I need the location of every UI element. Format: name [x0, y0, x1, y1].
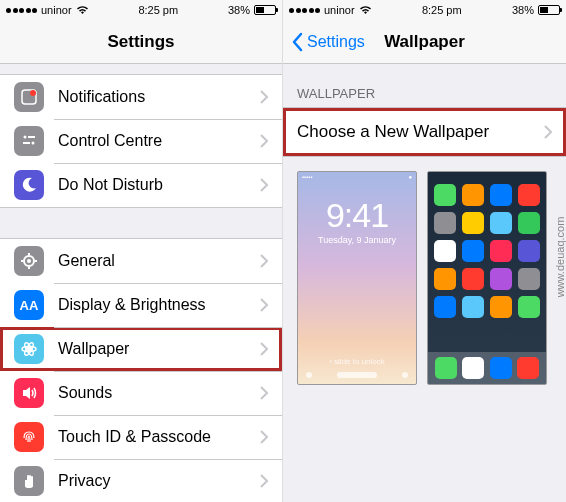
status-bar: uninor 8:25 pm 38% — [0, 0, 282, 20]
lock-time: 9:41 — [326, 196, 388, 235]
choose-label: Choose a New Wallpaper — [297, 122, 544, 142]
lock-date: Tuesday, 9 January — [318, 235, 396, 245]
signal-dots-icon — [6, 8, 37, 13]
row-label: Touch ID & Passcode — [58, 428, 260, 446]
app-icon — [490, 268, 512, 290]
row-general[interactable]: General — [0, 239, 282, 283]
app-icon — [462, 240, 484, 262]
notifications-icon — [14, 82, 44, 112]
row-label: Sounds — [58, 384, 260, 402]
nav-bar: Settings Wallpaper — [283, 20, 566, 64]
row-wallpaper[interactable]: Wallpaper — [0, 327, 282, 371]
back-button[interactable]: Settings — [291, 32, 365, 52]
app-icon — [490, 212, 512, 234]
battery-icon — [538, 5, 560, 15]
preview-status: •••••● — [298, 172, 416, 182]
svg-point-7 — [27, 259, 31, 263]
chevron-right-icon — [260, 134, 268, 148]
svg-point-4 — [32, 142, 35, 145]
app-icon — [518, 240, 540, 262]
nav-title: Wallpaper — [384, 32, 465, 52]
nav-title: Settings — [107, 32, 174, 52]
app-icon — [462, 296, 484, 318]
hand-icon — [14, 466, 44, 496]
home-app-grid — [428, 172, 546, 318]
chevron-right-icon — [260, 386, 268, 400]
row-label: Privacy — [58, 472, 260, 490]
row-sounds[interactable]: Sounds — [0, 371, 282, 415]
chevron-right-icon — [260, 298, 268, 312]
row-label: Do Not Disturb — [58, 176, 260, 194]
battery-pct: 38% — [512, 4, 534, 16]
row-notifications[interactable]: Notifications — [0, 75, 282, 119]
svg-rect-5 — [23, 142, 30, 144]
row-label: General — [58, 252, 260, 270]
app-icon — [462, 184, 484, 206]
dock-app-icon — [435, 357, 457, 379]
app-icon — [518, 212, 540, 234]
lock-screen-preview[interactable]: •••••● 9:41 Tuesday, 9 January › slide t… — [297, 171, 417, 385]
app-icon — [434, 184, 456, 206]
gear-icon — [14, 246, 44, 276]
text-size-icon: AA — [14, 290, 44, 320]
app-icon — [434, 240, 456, 262]
row-privacy[interactable]: Privacy — [0, 459, 282, 502]
choose-wallpaper-group: Choose a New Wallpaper — [283, 107, 566, 157]
row-label: Wallpaper — [58, 340, 260, 358]
battery-icon — [254, 5, 276, 15]
chevron-right-icon — [260, 430, 268, 444]
chevron-right-icon — [260, 342, 268, 356]
svg-rect-3 — [28, 136, 35, 138]
settings-content: Notifications Control Centre Do Not Dist… — [0, 64, 282, 502]
chevron-left-icon — [291, 32, 303, 52]
chevron-right-icon — [260, 254, 268, 268]
settings-screen: uninor 8:25 pm 38% Settings Notification… — [0, 0, 283, 502]
status-bar: uninor 8:25 pm 38% — [283, 0, 566, 20]
lock-bottom — [298, 372, 416, 378]
control-centre-icon — [14, 126, 44, 156]
choose-new-wallpaper[interactable]: Choose a New Wallpaper — [283, 108, 566, 156]
app-icon — [518, 184, 540, 206]
settings-group-2: General AA Display & Brightness Wallpape… — [0, 238, 282, 502]
chevron-right-icon — [260, 474, 268, 488]
status-time: 8:25 pm — [422, 4, 462, 16]
app-icon — [518, 268, 540, 290]
row-do-not-disturb[interactable]: Do Not Disturb — [0, 163, 282, 207]
app-icon — [462, 212, 484, 234]
app-icon — [490, 184, 512, 206]
watermark: www.deuaq.com — [554, 217, 566, 298]
app-icon — [434, 296, 456, 318]
svg-point-1 — [30, 90, 36, 96]
nav-bar: Settings — [0, 20, 282, 64]
app-icon — [490, 240, 512, 262]
chevron-right-icon — [260, 178, 268, 192]
flower-icon — [14, 334, 44, 364]
slide-hint: › slide to unlock — [298, 357, 416, 366]
row-control-centre[interactable]: Control Centre — [0, 119, 282, 163]
fingerprint-icon — [14, 422, 44, 452]
app-icon — [490, 296, 512, 318]
speaker-icon — [14, 378, 44, 408]
wifi-icon — [76, 5, 89, 15]
app-icon — [462, 268, 484, 290]
moon-icon — [14, 170, 44, 200]
app-icon — [434, 268, 456, 290]
row-label: Notifications — [58, 88, 260, 106]
carrier-label: uninor — [41, 4, 72, 16]
home-dock — [428, 352, 546, 384]
row-display-brightness[interactable]: AA Display & Brightness — [0, 283, 282, 327]
dock-app-icon — [462, 357, 484, 379]
battery-pct: 38% — [228, 4, 250, 16]
status-time: 8:25 pm — [138, 4, 178, 16]
app-icon — [434, 212, 456, 234]
row-touch-id[interactable]: Touch ID & Passcode — [0, 415, 282, 459]
dock-app-icon — [517, 357, 539, 379]
settings-group-1: Notifications Control Centre Do Not Dist… — [0, 74, 282, 208]
section-header: WALLPAPER — [283, 64, 566, 107]
row-label: Display & Brightness — [58, 296, 260, 314]
wallpaper-content: WALLPAPER Choose a New Wallpaper •••••● … — [283, 64, 566, 502]
chevron-right-icon — [260, 90, 268, 104]
home-screen-preview[interactable] — [427, 171, 547, 385]
wifi-icon — [359, 5, 372, 15]
carrier-label: uninor — [324, 4, 355, 16]
